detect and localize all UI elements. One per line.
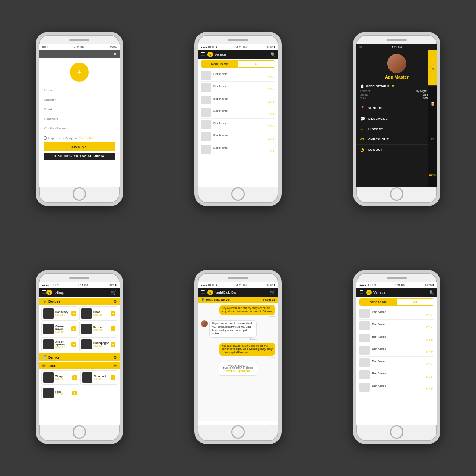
bar-dist: 0.5 mi [372,351,434,353]
msg-received-1: Bryant, no worries. I have receievd your… [201,320,257,340]
menu-messages[interactable]: 💬 MESSAGES 2 [356,113,437,124]
password-input[interactable] [44,115,115,123]
product-fries[interactable]: Fries $72.95 + [41,386,79,400]
social-signup-button[interactable]: SIGN UP WITH SOCIAL MEDIA [44,153,115,160]
product-patron[interactable]: Patron $90.25 + [79,322,117,336]
bar-row-5[interactable]: Bar Name 0.5 mi [201,119,275,131]
product-crown-royal[interactable]: Crown Royal $72.95 + [41,322,78,336]
search-icon[interactable]: 🔍 [271,52,275,57]
menu-history[interactable]: ↩ HISTORY [356,124,437,134]
product-champagne[interactable]: Champagne $32.95 + [79,337,117,351]
add-to-cart-btn[interactable]: + [111,326,115,331]
bar-row-6-6[interactable]: Bar Name 0.5 mi [359,369,434,381]
shop-menu-icon[interactable]: ☰ [42,290,46,295]
bar-row-6-4[interactable]: Bar Name 0.5 mi [359,344,434,357]
bar-dist: 0.5 mi [213,125,275,128]
bar-name: Bar Name [372,372,434,375]
bar-row-6-2[interactable]: Bar Name 0.5 mi [359,320,434,332]
shop-title: Shop [55,290,111,295]
bar-row-2[interactable]: Bar Name 0.5 mi [201,82,275,94]
status-bar-3: ⚙ 4:21 PM ☰ [356,44,437,50]
product-honnesey[interactable]: Honnesey $160.50 + [41,306,78,321]
search-icon-6[interactable]: 🔍 [429,290,434,295]
bar-dist: 0.5 mi [213,113,275,115]
tab-near-to-me-6[interactable]: Near To Me [360,299,397,305]
menu-veneus[interactable]: 📍 VENEUS [356,103,437,113]
product-ace-of-spades[interactable]: Ace of Spades $100.25 + [41,337,78,351]
add-to-cart-btn[interactable]: + [111,375,115,380]
product-calamari[interactable]: Calamari $50.08 + [80,370,118,385]
bar-info: Bar Name 0.5 mi [213,72,275,79]
bar-thumb [201,120,211,129]
tab-bar-2: Near To Me All [201,60,275,68]
product-name: Honnesey [55,311,70,313]
waiter-info: 👤 Waitress, Server [201,298,230,301]
close-icon[interactable]: ✕ [113,52,117,56]
bar-row-4[interactable]: Bar Name 0.5 mi [201,106,275,119]
drinks-section-header[interactable]: 🥤 Drinks ⊕ [39,353,120,361]
add-to-cart-btn[interactable]: + [72,375,77,380]
confirm-password-input[interactable] [44,125,115,132]
bottles-section-header[interactable]: 🍾 Bottles ⊕ [39,298,120,305]
bar-name: Bar Name [372,310,434,314]
menu-logout[interactable]: ⏻ LOGOUT [356,145,437,155]
product-price: $32.95 [93,344,109,347]
right-tab-bottle[interactable]: 🍾 [428,50,437,86]
bar-row-6[interactable]: Bar Name 0.5 mi [201,131,275,143]
cart-icon[interactable]: 🛒 [111,290,117,295]
menu-veneus-label: VENEUS [368,106,433,110]
battery-5: 100% ▮ [266,284,275,287]
status-bar-1: BELL 4:21 PM 100% [39,44,120,50]
add-to-cart-btn[interactable]: + [71,342,76,347]
add-to-cart-btn[interactable]: + [71,326,76,331]
settings-icon[interactable]: ⚙ [359,46,362,49]
bar-thumb [201,83,211,92]
signup-button[interactable]: SIGN UP [44,142,115,151]
tab-near-to-me[interactable]: Near To Me [201,61,238,67]
send-button[interactable]: ▶ [271,423,275,425]
bottles-arrow: ⊕ [113,299,117,303]
add-to-cart-btn[interactable]: + [72,391,77,395]
product-name: Ciroc [93,311,109,313]
menu-icon[interactable]: ☰ [201,52,205,57]
location-input[interactable] [44,96,115,104]
bar-row-6-1[interactable]: Bar Name 0.5 mi [359,307,434,320]
right-tab-pay[interactable]: 💳PAY [428,157,437,187]
bar-row-3[interactable]: Bar Name 0.5 mi [201,94,275,106]
shop-screen: ☰ V Shop 🛒 🍾 Bottles ⊕ Honnesey $160.50 [39,288,120,425]
add-to-cart-btn[interactable]: + [111,342,115,347]
product-name: Wings [55,375,71,378]
agree-row: I agree to the Company Term of Use [44,136,115,140]
product-wings[interactable]: Wings $160.50 + [41,370,79,385]
email-input[interactable] [44,106,115,113]
app-header-6: ☰ V Veneus 🔍 [356,288,437,297]
agree-checkbox[interactable] [44,136,47,140]
bar-row-6-3[interactable]: Bar Name 0.5 mi [359,332,434,344]
chat-menu-icon[interactable]: ☰ [201,290,205,295]
product-name: Crown Royal [55,325,70,330]
product-ciroc[interactable]: Ciroc $60.08 + [79,306,117,321]
chat-cart-icon[interactable]: 🛒 [270,290,275,295]
right-tab-drink[interactable]: 🍺 [428,86,437,121]
chat-input[interactable] [201,425,269,426]
bar-row-6-7[interactable]: Bar Name 0.5 mi [359,381,434,393]
carrier-1: BELL [42,46,49,49]
product-thumb [43,339,54,349]
food-section-header[interactable]: 🍽 Food ⊕ [39,362,120,369]
bar-row-7[interactable]: Bar Name 0.5 mi [201,143,275,155]
tab-all-6[interactable]: All [397,299,434,305]
bar-row-6-5[interactable]: Bar Name 0.5 mi [359,357,434,369]
menu-icon-6[interactable]: ☰ [359,290,364,295]
right-tab-food[interactable]: 🍽 [428,121,437,157]
bar-name: Bar Name [372,322,434,326]
add-to-cart-btn[interactable]: + [111,311,115,316]
name-input[interactable] [44,86,115,94]
avatar-upload[interactable]: + [70,63,89,82]
menu-checkout[interactable]: 🏷 CHECK OUT [356,134,437,145]
bar-row-1[interactable]: Bar Name 0.5 mi [201,69,275,82]
terms-link[interactable]: Term of Use [79,137,94,140]
add-to-cart-btn[interactable]: + [71,311,76,316]
product-name: Patron [93,326,109,329]
menu-icon-3[interactable]: ☰ [432,46,434,49]
tab-all[interactable]: All [238,61,275,67]
